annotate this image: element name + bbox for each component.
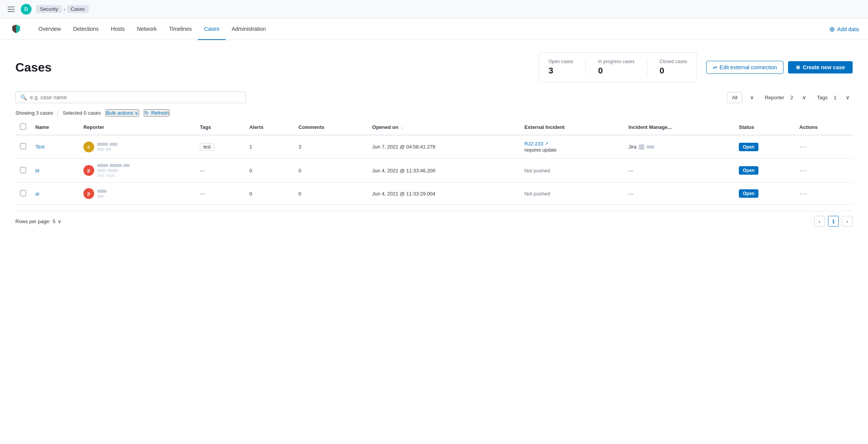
bulk-actions-label: Bulk actions bbox=[106, 110, 133, 116]
row3-status-cell: Open bbox=[734, 183, 795, 205]
table-row: Test c bbox=[15, 135, 853, 159]
prev-page-button[interactable]: ‹ bbox=[814, 216, 825, 227]
search-input[interactable] bbox=[30, 94, 241, 100]
tags-filter-label: Tags bbox=[817, 95, 827, 100]
row2-checkbox-cell bbox=[15, 159, 31, 183]
rows-per-page-label: Rows per page: bbox=[15, 219, 50, 224]
table-header-row: Name Reporter Tags Alerts Comments Opene… bbox=[15, 120, 853, 135]
row3-case-link[interactable]: ai bbox=[35, 191, 39, 197]
nav-right: ⊕ Add data bbox=[829, 25, 859, 33]
row1-tags-cell: test bbox=[195, 135, 245, 159]
nav-timelines[interactable]: Timelines bbox=[163, 18, 198, 40]
refresh-icon: ↻ bbox=[145, 110, 149, 116]
row2-comments-cell: 0 bbox=[294, 159, 368, 183]
row2-avatar: p bbox=[83, 165, 94, 176]
col-incident-manager: Incident Manage... bbox=[624, 120, 734, 135]
row1-case-link[interactable]: Test bbox=[35, 144, 45, 150]
row3-incident-manager-cell: — bbox=[624, 183, 734, 205]
add-data-label: Add data bbox=[837, 26, 859, 32]
edit-external-connection-button[interactable]: ⇌ Edit external connection bbox=[706, 61, 783, 74]
select-all-checkbox[interactable] bbox=[20, 124, 26, 130]
create-case-label: Create new case bbox=[803, 64, 845, 70]
row3-checkbox-cell bbox=[15, 183, 31, 205]
filter-all-chevron[interactable]: ∨ bbox=[747, 93, 757, 102]
row2-reporter-cell: p bbox=[79, 159, 195, 183]
table-controls: Showing 3 cases Selected 0 cases Bulk ac… bbox=[15, 109, 853, 117]
row2-status-badge: Open bbox=[739, 166, 758, 175]
row3-actions-menu[interactable]: ··· bbox=[799, 190, 807, 197]
row2-opened-cell: Jun 4, 2021 @ 11:33:46.200 bbox=[367, 159, 520, 183]
row3-status-badge: Open bbox=[739, 189, 758, 198]
add-data-button[interactable]: ⊕ Add data bbox=[829, 25, 859, 33]
tags-filter-count: 1 bbox=[834, 95, 836, 100]
controls-divider bbox=[58, 110, 58, 116]
row1-external-link[interactable]: RJ2-233 ↗ bbox=[524, 141, 619, 147]
row1-status-cell: Open bbox=[734, 135, 795, 159]
row2-actions-menu[interactable]: ··· bbox=[799, 167, 807, 174]
nav-detections[interactable]: Detections bbox=[67, 18, 105, 40]
row1-actions-cell: ··· bbox=[795, 135, 853, 159]
breadcrumb-cases[interactable]: Cases bbox=[67, 5, 89, 13]
main-content: Cases Open cases 3 In progress cases 0 C… bbox=[0, 40, 868, 244]
reporter-chevron[interactable]: ∨ bbox=[799, 93, 809, 102]
stat-in-progress: In progress cases 0 bbox=[598, 59, 635, 76]
header-checkbox-col bbox=[15, 120, 31, 135]
row1-jira: Jira bbox=[629, 144, 730, 150]
current-page-number: 1 bbox=[828, 216, 839, 227]
row3-actions-cell: ··· bbox=[795, 183, 853, 205]
row1-name-cell: Test bbox=[31, 135, 79, 159]
row2-reporter: p bbox=[83, 164, 191, 177]
top-bar: D Security › Cases bbox=[0, 0, 868, 18]
breadcrumb-separator: › bbox=[63, 6, 65, 12]
row2-alerts-cell: 0 bbox=[245, 159, 294, 183]
row1-external-cell: RJ2-233 ↗ requires update bbox=[520, 135, 624, 159]
nav-overview[interactable]: Overview bbox=[32, 18, 67, 40]
next-page-button[interactable]: › bbox=[842, 216, 853, 227]
edit-external-label: Edit external connection bbox=[720, 64, 777, 70]
reporter-filter-count: 2 bbox=[790, 95, 793, 100]
col-comments: Comments bbox=[294, 120, 368, 135]
row2-tags-dash: — bbox=[200, 168, 205, 174]
create-new-case-button[interactable]: ⊕ Create new case bbox=[788, 61, 853, 73]
tags-chevron[interactable]: ∨ bbox=[843, 93, 853, 102]
pagination: Rows per page: 5 ∨ ‹ 1 › bbox=[15, 211, 853, 231]
nav-administration[interactable]: Administration bbox=[226, 18, 272, 40]
row2-checkbox[interactable] bbox=[20, 167, 26, 173]
col-alerts: Alerts bbox=[245, 120, 294, 135]
row3-tags-dash: — bbox=[200, 191, 205, 197]
col-opened-on[interactable]: Opened on ↓ bbox=[367, 120, 520, 135]
refresh-button[interactable]: ↻ Refresh bbox=[144, 109, 170, 117]
nav-cases[interactable]: Cases bbox=[198, 18, 226, 40]
breadcrumb-security[interactable]: Security bbox=[36, 5, 62, 13]
nav-hosts[interactable]: Hosts bbox=[105, 18, 131, 40]
filter-all-button[interactable]: All bbox=[727, 92, 742, 103]
row3-alerts-cell: 0 bbox=[245, 183, 294, 205]
row2-incident-manager-cell: — bbox=[624, 159, 734, 183]
stat-divider-1 bbox=[585, 60, 586, 75]
stat-in-progress-value: 0 bbox=[598, 66, 603, 76]
row1-checkbox[interactable] bbox=[20, 143, 26, 149]
reporter-filter-label: Reporter bbox=[765, 95, 784, 100]
header-actions: ⇌ Edit external connection ⊕ Create new … bbox=[706, 61, 853, 74]
col-tags: Tags bbox=[195, 120, 245, 135]
row1-requires-update: requires update bbox=[524, 147, 619, 153]
page-title: Cases bbox=[15, 60, 52, 75]
nav-network[interactable]: Network bbox=[131, 18, 163, 40]
row2-case-link[interactable]: bl bbox=[35, 168, 39, 174]
row2-not-pushed: Not pushed bbox=[524, 168, 550, 174]
rows-per-page-chevron: ∨ bbox=[58, 219, 62, 224]
refresh-label: Refresh bbox=[151, 110, 169, 116]
row2-reporter-blurred bbox=[97, 164, 130, 177]
plus-icon: ⊕ bbox=[796, 64, 800, 70]
row1-reporter: c bbox=[83, 142, 191, 152]
hamburger-menu[interactable] bbox=[6, 5, 16, 13]
cases-table: Name Reporter Tags Alerts Comments Opene… bbox=[15, 120, 853, 205]
col-reporter: Reporter bbox=[79, 120, 195, 135]
search-wrap: 🔍 bbox=[15, 92, 246, 103]
rows-per-page[interactable]: Rows per page: 5 ∨ bbox=[15, 219, 62, 224]
row1-reporter-blurred bbox=[97, 143, 117, 151]
row1-actions-menu[interactable]: ··· bbox=[799, 143, 807, 150]
row3-incident-dash: — bbox=[629, 191, 634, 197]
bulk-actions-button[interactable]: Bulk actions ∨ bbox=[105, 109, 139, 117]
row3-checkbox[interactable] bbox=[20, 190, 26, 196]
